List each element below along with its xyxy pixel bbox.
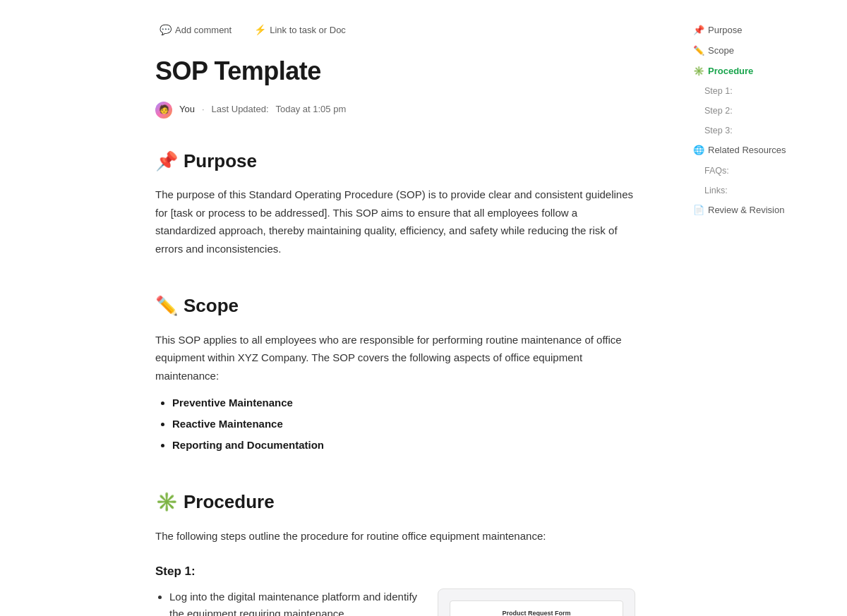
- step1-list: Log into the digital maintenance platfor…: [155, 588, 424, 616]
- scope-list: Preventive Maintenance Reactive Maintena…: [155, 394, 635, 454]
- toc-label-procedure: Procedure: [708, 64, 753, 79]
- scope-heading-text: Scope: [184, 291, 239, 321]
- purpose-emoji: 📌: [155, 147, 178, 176]
- scope-body: This SOP applies to all employees who ar…: [155, 331, 635, 385]
- toc-item-step1[interactable]: Step 1:: [689, 82, 807, 100]
- step1-heading: Step 1:: [155, 562, 635, 581]
- author-name: You: [179, 102, 195, 117]
- procedure-heading: ✳️ Procedure: [155, 488, 635, 517]
- timestamp: Today at 1:05 pm: [276, 102, 347, 117]
- list-item: Reactive Maintenance: [172, 416, 635, 433]
- toc-item-review-revision[interactable]: 📄 Review & Revision: [689, 201, 807, 220]
- doc-thumbnail: Product Request Form: [438, 588, 635, 616]
- sidebar-toc: 📌 Purpose ✏️ Scope ✳️ Procedure Step 1: …: [678, 0, 819, 616]
- purpose-heading-text: Purpose: [184, 147, 257, 176]
- scope-emoji: ✏️: [155, 291, 178, 321]
- list-item: Preventive Maintenance: [172, 394, 635, 411]
- purpose-body: The purpose of this Standard Operating P…: [155, 186, 635, 258]
- toc-item-purpose[interactable]: 📌 Purpose: [689, 21, 807, 40]
- list-item: Reporting and Documentation: [172, 437, 635, 454]
- link-label: Link to task or Doc: [270, 25, 346, 35]
- toc-label-links: Links:: [704, 183, 728, 198]
- toc-label-related-resources: Related Resources: [708, 143, 786, 158]
- meta-separator: ·: [202, 102, 205, 117]
- step1-content: Log into the digital maintenance platfor…: [155, 588, 635, 616]
- link-button[interactable]: ⚡ Link to task or Doc: [250, 21, 350, 38]
- section-purpose: 📌 Purpose The purpose of this Standard O…: [155, 147, 635, 258]
- avatar: 🧑: [155, 102, 172, 119]
- procedure-emoji: ✳️: [155, 488, 178, 517]
- doc-meta: 🧑 You · Last Updated: Today at 1:05 pm: [155, 102, 635, 119]
- toc-item-links[interactable]: Links:: [689, 181, 807, 200]
- toc-emoji-related: 🌐: [693, 143, 704, 158]
- toc-label-scope: Scope: [708, 44, 734, 59]
- toc-label-step1: Step 1:: [704, 84, 733, 98]
- add-comment-button[interactable]: 💬 Add comment: [155, 21, 236, 38]
- thumbnail-title: Product Request Form: [457, 608, 615, 616]
- toc-item-step2[interactable]: Step 2:: [689, 102, 807, 120]
- section-scope: ✏️ Scope This SOP applies to all employe…: [155, 291, 635, 454]
- toolbar: 💬 Add comment ⚡ Link to task or Doc: [155, 21, 635, 38]
- toc-emoji-procedure: ✳️: [693, 64, 704, 79]
- toc-item-step3[interactable]: Step 3:: [689, 121, 807, 140]
- doc-title: SOP Template: [155, 51, 635, 92]
- procedure-intro: The following steps outline the procedur…: [155, 527, 635, 545]
- toc-emoji-scope: ✏️: [693, 44, 704, 59]
- last-updated-label: Last Updated:: [212, 102, 269, 117]
- link-icon: ⚡: [254, 24, 266, 35]
- toc-label-step3: Step 3:: [704, 123, 733, 138]
- toc-item-related-resources[interactable]: 🌐 Related Resources: [689, 141, 807, 160]
- toc-emoji-purpose: 📌: [693, 23, 704, 38]
- add-comment-label: Add comment: [175, 25, 232, 35]
- procedure-heading-text: Procedure: [184, 488, 275, 517]
- toc-item-scope[interactable]: ✏️ Scope: [689, 42, 807, 61]
- toc-item-faqs[interactable]: FAQs:: [689, 162, 807, 180]
- step1-list-item: Log into the digital maintenance platfor…: [169, 588, 424, 616]
- thumbnail-inner: Product Request Form: [450, 600, 623, 616]
- toc-emoji-review: 📄: [693, 203, 704, 218]
- toc-label-step2: Step 2:: [704, 104, 733, 118]
- toc-label-faqs: FAQs:: [704, 164, 729, 178]
- comment-icon: 💬: [160, 24, 172, 35]
- page-container: 💬 Add comment ⚡ Link to task or Doc SOP …: [0, 0, 847, 616]
- toc-label-purpose: Purpose: [708, 23, 742, 38]
- main-content: 💬 Add comment ⚡ Link to task or Doc SOP …: [0, 0, 678, 616]
- toc-label-review-revision: Review & Revision: [708, 203, 784, 218]
- section-procedure: ✳️ Procedure The following steps outline…: [155, 488, 635, 616]
- toc-item-procedure[interactable]: ✳️ Procedure: [689, 62, 807, 81]
- scope-heading: ✏️ Scope: [155, 291, 635, 321]
- purpose-heading: 📌 Purpose: [155, 147, 635, 176]
